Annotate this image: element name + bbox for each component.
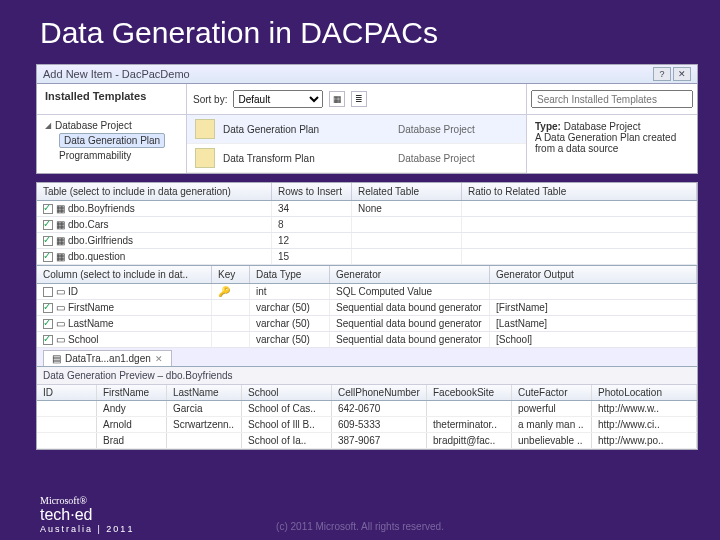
template-description: Type: Database Project A Data Generation… [527, 115, 697, 173]
template-icon [195, 148, 215, 168]
checkbox[interactable] [43, 252, 53, 262]
caret-icon: ◢ [45, 121, 51, 130]
tree-item-datagen[interactable]: Data Generation Plan [45, 132, 178, 149]
ph-school[interactable]: School [242, 385, 332, 400]
column-icon: ▭ [56, 318, 65, 329]
template-tree: ◢Database Project Data Generation Plan P… [37, 115, 187, 173]
preview-row[interactable]: AndyGarcia School of Cas..642-0670 power… [37, 401, 697, 417]
table-row[interactable]: ▦ dbo.question 15 [37, 249, 697, 265]
sort-toolbar: Sort by: Default ▦ ≣ [187, 84, 527, 114]
preview-grid-header: ID FirstName LastName School CellPhoneNu… [37, 385, 697, 401]
checkbox[interactable] [43, 236, 53, 246]
table-icon: ▦ [56, 235, 65, 246]
dialog-titlebar: Add New Item - DacPacDemo ? ✕ [37, 65, 697, 84]
ph-first[interactable]: FirstName [97, 385, 167, 400]
template-list: Data Generation Plan Database Project Da… [187, 115, 527, 173]
tab-datagen-file[interactable]: ▤ DataTra...an1.dgen ✕ [43, 350, 172, 366]
table-icon: ▦ [56, 219, 65, 230]
checkbox[interactable] [43, 303, 53, 313]
slide-title: Data Generation in DACPACs [0, 0, 720, 64]
col-out[interactable]: Generator Output [490, 266, 697, 283]
preview-section-header: Data Generation Preview – dbo.Boyfriends [37, 367, 697, 385]
column-row[interactable]: ▭ ID 🔑 intSQL Computed Value [37, 284, 697, 300]
ph-last[interactable]: LastName [167, 385, 242, 400]
table-icon: ▦ [56, 203, 65, 214]
microsoft-label: Microsoft® [40, 495, 134, 506]
checkbox[interactable] [43, 287, 53, 297]
col-type[interactable]: Data Type [250, 266, 330, 283]
column-icon: ▭ [56, 302, 65, 313]
template-category: Database Project [398, 153, 518, 164]
ph-cute[interactable]: CuteFactor [512, 385, 592, 400]
col-ratio[interactable]: Ratio to Related Table [462, 183, 697, 200]
preview-row[interactable]: Brad School of Ia..387-9067bradpitt@fac.… [37, 433, 697, 449]
checkbox[interactable] [43, 204, 53, 214]
add-item-dialog: Add New Item - DacPacDemo ? ✕ Installed … [36, 64, 698, 174]
footer-logo: Microsoft® tech·ed Australia | 2011 [40, 495, 134, 534]
table-row[interactable]: ▦ dbo.Boyfriends 34None [37, 201, 697, 217]
col-key[interactable]: Key [212, 266, 250, 283]
template-icon [195, 119, 215, 139]
col-rows[interactable]: Rows to Insert [272, 183, 352, 200]
tables-grid: Table (select to include in data generat… [36, 182, 698, 450]
sort-select[interactable]: Default [233, 90, 323, 108]
table-icon: ▦ [56, 251, 65, 262]
dialog-title: Add New Item - DacPacDemo [43, 68, 651, 80]
ph-fb[interactable]: FacebookSite [427, 385, 512, 400]
tree-item-programmability[interactable]: Programmability [45, 149, 178, 162]
col-table[interactable]: Table (select to include in data generat… [37, 183, 272, 200]
table-row[interactable]: ▦ dbo.Girlfriends 12 [37, 233, 697, 249]
tab-close-icon[interactable]: ✕ [155, 354, 163, 364]
checkbox[interactable] [43, 220, 53, 230]
view-medium-icon[interactable]: ▦ [329, 91, 345, 107]
checkbox[interactable] [43, 319, 53, 329]
tables-grid-header: Table (select to include in data generat… [37, 183, 697, 201]
key-icon: 🔑 [218, 286, 230, 297]
sort-label: Sort by: [193, 94, 227, 105]
ph-id[interactable]: ID [37, 385, 97, 400]
installed-templates-header: Installed Templates [45, 90, 178, 102]
installed-templates-pane: Installed Templates [37, 84, 187, 114]
preview-row[interactable]: ArnoldScrwartzenn.. School of Ill B..609… [37, 417, 697, 433]
checkbox[interactable] [43, 335, 53, 345]
columns-grid-header: Column (select to include in dat.. Key D… [37, 265, 697, 284]
close-button[interactable]: ✕ [673, 67, 691, 81]
column-row[interactable]: ▭ LastName varchar (50)Sequential data b… [37, 316, 697, 332]
file-icon: ▤ [52, 353, 61, 364]
column-icon: ▭ [56, 334, 65, 345]
col-column[interactable]: Column (select to include in dat.. [37, 266, 212, 283]
search-input[interactable] [531, 90, 693, 108]
column-row[interactable]: ▭ FirstName varchar (50)Sequential data … [37, 300, 697, 316]
search-area [527, 84, 697, 114]
col-related[interactable]: Related Table [352, 183, 462, 200]
tree-root[interactable]: ◢Database Project [45, 119, 178, 132]
help-button[interactable]: ? [653, 67, 671, 81]
template-item-datagen[interactable]: Data Generation Plan Database Project [187, 115, 526, 144]
template-name: Data Transform Plan [223, 153, 398, 164]
view-list-icon[interactable]: ≣ [351, 91, 367, 107]
template-category: Database Project [398, 124, 518, 135]
column-icon: ▭ [56, 286, 65, 297]
teched-logo: tech·ed [40, 506, 134, 524]
ph-cell[interactable]: CellPhoneNumber [332, 385, 427, 400]
tab-strip: ▤ DataTra...an1.dgen ✕ [37, 348, 697, 367]
column-row[interactable]: ▭ School varchar (50)Sequential data bou… [37, 332, 697, 348]
template-item-transform[interactable]: Data Transform Plan Database Project [187, 144, 526, 173]
table-row[interactable]: ▦ dbo.Cars 8 [37, 217, 697, 233]
col-gen[interactable]: Generator [330, 266, 490, 283]
template-name: Data Generation Plan [223, 124, 398, 135]
ph-photo[interactable]: PhotoLocation [592, 385, 697, 400]
